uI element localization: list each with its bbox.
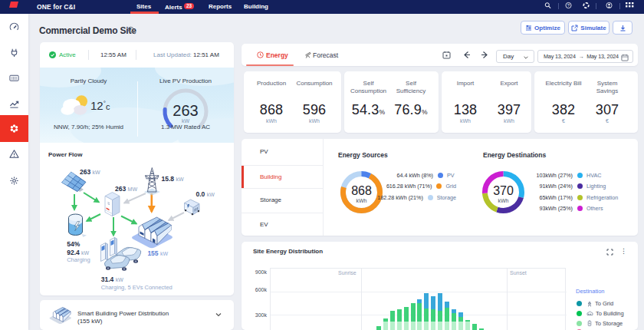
svg-text:263 MW: 263 MW bbox=[115, 185, 137, 193]
svg-text:kWh: kWh bbox=[356, 198, 366, 203]
svg-text:Charging, 5 EVs Connected: Charging, 5 EVs Connected bbox=[101, 284, 172, 291]
svg-text:kW: kW bbox=[182, 118, 190, 124]
svg-text:?: ? bbox=[567, 3, 570, 8]
svg-text:kWh: kWh bbox=[498, 198, 508, 203]
svg-text:868: 868 bbox=[351, 184, 372, 197]
svg-text:263 kW: 263 kW bbox=[80, 168, 100, 176]
svg-text:54%: 54% bbox=[67, 240, 80, 248]
svg-text:Charging: Charging bbox=[67, 256, 90, 263]
svg-text:263: 263 bbox=[172, 102, 198, 119]
svg-text:0.0 kW: 0.0 kW bbox=[196, 190, 215, 198]
svg-text:92.4 kW: 92.4 kW bbox=[67, 249, 89, 256]
svg-text:370: 370 bbox=[493, 184, 514, 197]
svg-text:15.8 kW: 15.8 kW bbox=[162, 175, 184, 183]
svg-text:155 kW: 155 kW bbox=[147, 249, 168, 257]
svg-text:31.4 kW: 31.4 kW bbox=[101, 276, 123, 283]
